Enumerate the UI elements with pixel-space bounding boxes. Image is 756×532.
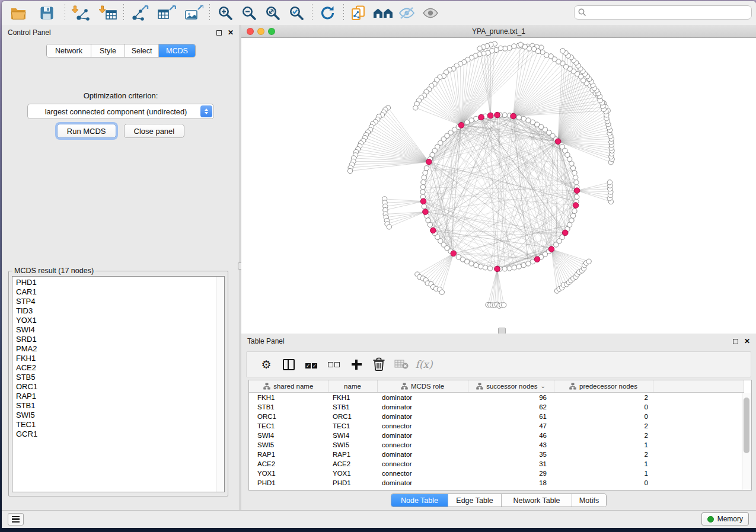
column-header[interactable]: successor nodes⌄ xyxy=(468,380,554,393)
network-edge[interactable] xyxy=(389,212,425,227)
table-cell[interactable]: 2 xyxy=(554,421,653,431)
mcds-result-item[interactable]: PHD1 xyxy=(12,278,224,287)
close-panel-icon[interactable]: ✕ xyxy=(228,29,234,36)
new-network-from-selection-button[interactable] xyxy=(347,3,371,23)
column-header[interactable]: shared name xyxy=(249,380,328,393)
network-node[interactable] xyxy=(474,116,479,121)
table-cell[interactable]: ORC1 xyxy=(249,412,328,421)
mcds-hub-node[interactable] xyxy=(495,112,500,118)
network-node[interactable] xyxy=(521,262,526,267)
export-network-button[interactable] xyxy=(127,3,151,23)
table-cell[interactable]: 2 xyxy=(554,431,653,440)
network-edge[interactable] xyxy=(513,62,559,116)
network-node[interactable] xyxy=(464,120,469,124)
tab-mcds[interactable]: MCDS xyxy=(159,44,195,57)
network-node[interactable] xyxy=(474,262,479,267)
zoom-in-button[interactable] xyxy=(213,3,237,23)
table-cell[interactable]: dominator xyxy=(377,478,468,488)
mcds-hub-node[interactable] xyxy=(479,114,484,120)
network-node[interactable] xyxy=(560,49,565,53)
network-edge[interactable] xyxy=(373,124,429,162)
table-cell[interactable]: 18 xyxy=(468,478,554,488)
table-cell[interactable]: 47 xyxy=(468,421,554,431)
network-edge[interactable] xyxy=(497,269,502,305)
table-cell[interactable]: dominator xyxy=(377,450,468,459)
network-node[interactable] xyxy=(428,222,432,227)
tab-select[interactable]: Select xyxy=(125,44,159,57)
table-cell[interactable]: PHD1 xyxy=(249,478,328,488)
table-row[interactable]: SWI4SWI4dominator462 xyxy=(249,431,744,440)
mcds-result-item[interactable]: STB5 xyxy=(12,373,224,382)
network-edge[interactable] xyxy=(428,254,454,283)
network-node[interactable] xyxy=(477,46,482,51)
table-cell[interactable]: RAP1 xyxy=(328,450,377,459)
network-edge[interactable] xyxy=(551,249,578,275)
float-panel-icon[interactable] xyxy=(733,339,738,344)
network-node[interactable] xyxy=(512,265,516,270)
network-node[interactable] xyxy=(531,46,536,51)
first-neighbors-button[interactable] xyxy=(371,3,395,23)
table-cell[interactable]: ACE2 xyxy=(249,459,328,469)
close-panel-button[interactable]: Close panel xyxy=(124,124,185,138)
select-all-rows-button[interactable]: ✓✓ xyxy=(300,354,323,375)
table-cell[interactable]: 1 xyxy=(554,459,653,469)
table-cell[interactable]: YOX1 xyxy=(249,469,328,478)
table-cell[interactable]: STB1 xyxy=(249,402,328,412)
network-node[interactable] xyxy=(502,113,507,117)
table-cell[interactable]: 0 xyxy=(554,402,653,412)
network-node[interactable] xyxy=(586,259,591,264)
table-cell[interactable]: dominator xyxy=(377,431,468,440)
network-node[interactable] xyxy=(420,190,425,194)
network-graph[interactable] xyxy=(241,38,756,334)
maximize-window-icon[interactable] xyxy=(268,28,275,35)
table-cell[interactable]: 29 xyxy=(468,469,554,478)
table-cell[interactable]: connector xyxy=(377,440,468,450)
network-edge[interactable] xyxy=(429,89,461,126)
table-cell[interactable]: connector xyxy=(377,421,468,431)
mcds-result-item[interactable]: ORC1 xyxy=(12,382,224,392)
table-cell[interactable]: 0 xyxy=(554,412,653,421)
float-panel-icon[interactable] xyxy=(216,30,222,36)
tab-network-table[interactable]: Network Table xyxy=(502,494,572,507)
network-edge[interactable] xyxy=(388,108,429,162)
table-cell[interactable]: TEC1 xyxy=(249,421,328,431)
table-cell[interactable]: 31 xyxy=(468,459,554,469)
network-edge[interactable] xyxy=(513,49,534,116)
tab-edge-table[interactable]: Edge Table xyxy=(448,494,502,507)
mcds-list-scrollbar[interactable] xyxy=(216,277,224,492)
table-row[interactable]: YOX1YOX1connector291 xyxy=(249,469,744,478)
zoom-out-button[interactable] xyxy=(237,3,261,23)
table-cell[interactable]: dominator xyxy=(377,393,468,403)
column-header[interactable]: name xyxy=(328,380,377,393)
network-edge[interactable] xyxy=(419,101,461,126)
network-node[interactable] xyxy=(569,218,574,223)
network-edge[interactable] xyxy=(437,80,461,126)
mcds-hub-node[interactable] xyxy=(562,230,568,236)
add-column-button[interactable] xyxy=(345,354,368,375)
network-edge[interactable] xyxy=(425,212,565,233)
table-cell[interactable]: connector xyxy=(377,469,468,478)
minimize-window-icon[interactable] xyxy=(257,28,264,35)
table-cell[interactable]: FKH1 xyxy=(249,393,328,403)
network-node[interactable] xyxy=(387,225,391,229)
network-node[interactable] xyxy=(607,180,612,185)
network-node[interactable] xyxy=(572,171,577,175)
tab-style[interactable]: Style xyxy=(91,44,125,57)
mcds-hub-node[interactable] xyxy=(426,159,432,165)
network-node[interactable] xyxy=(516,115,521,120)
column-header[interactable]: MCDS role xyxy=(377,380,468,393)
network-node[interactable] xyxy=(488,266,493,271)
table-cell[interactable]: 2 xyxy=(554,393,653,403)
mcds-result-item[interactable]: SWI4 xyxy=(12,325,224,335)
table-cell[interactable]: dominator xyxy=(377,412,468,421)
table-row[interactable]: FKH1FKH1dominator962 xyxy=(249,393,744,403)
delete-column-button[interactable] xyxy=(368,354,390,375)
mcds-hub-node[interactable] xyxy=(511,113,516,119)
network-node[interactable] xyxy=(575,194,579,199)
network-node[interactable] xyxy=(526,118,531,123)
table-cell[interactable]: YOX1 xyxy=(328,469,377,478)
mcds-hub-node[interactable] xyxy=(574,188,580,194)
function-builder-button[interactable]: f(x) xyxy=(413,354,435,375)
table-cell[interactable]: 46 xyxy=(468,431,554,440)
mcds-hub-node[interactable] xyxy=(573,203,579,209)
